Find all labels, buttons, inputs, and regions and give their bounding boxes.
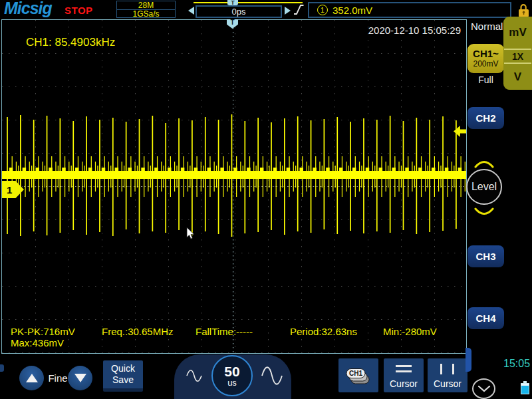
fine-adjust-down-button[interactable]: [68, 366, 92, 390]
timebase-value: 50: [224, 364, 239, 378]
pan-left-icon[interactable]: [188, 7, 194, 15]
cursor-v-label: Cursor: [428, 378, 467, 389]
run-status-badge[interactable]: STOP: [65, 5, 93, 16]
chevron-down-icon: [477, 386, 491, 392]
fine-label: Fine: [47, 372, 69, 384]
measurement-pkpk: PK-PK:716mV: [11, 326, 75, 337]
channel1-marker-number: 1: [7, 184, 12, 196]
unit-mv-button[interactable]: mV: [503, 17, 532, 49]
horizontal-position-value: 0ps: [232, 7, 246, 17]
ch1-bandwidth-label: Full: [467, 74, 504, 85]
ch1-waveform-trace: [2, 20, 466, 353]
acquisition-info-box[interactable]: 28M 1GSa/s: [116, 1, 176, 18]
level-knob[interactable]: Level: [466, 169, 502, 205]
timebase-knob[interactable]: 50 us: [211, 355, 253, 396]
svg-text:CH1: CH1: [349, 370, 362, 377]
measurement-period: Period:32.63ns: [290, 326, 357, 337]
system-clock: 15:05: [503, 358, 530, 370]
trigger-level-value: 352.0mV: [332, 5, 372, 16]
unit-v-button[interactable]: V: [503, 64, 532, 90]
measurement-max: Max:436mV: [11, 337, 64, 348]
pan-right-icon[interactable]: [285, 7, 291, 15]
horizontal-position-box[interactable]: 0ps: [196, 5, 282, 18]
v-cursor-line-icon: [452, 364, 454, 374]
ch1-label: CH1~: [473, 48, 499, 59]
side-drawer-handle[interactable]: [466, 348, 471, 372]
record-position-bar: [194, 2, 303, 3]
h-cursor-line-icon: [396, 365, 412, 367]
sample-rate: 1GSa/s: [117, 9, 175, 18]
level-up-chevron-icon[interactable]: [474, 160, 494, 169]
horizontal-cursor-button[interactable]: Cursor: [384, 358, 424, 392]
trigger-marker-letter: T: [230, 19, 234, 26]
measurement-min: Min:-280mV: [383, 326, 437, 337]
sidebar-ch3-button[interactable]: CH3: [467, 245, 504, 267]
measurement-falltime: FallTime:-----: [196, 326, 253, 337]
triangle-down-icon: [74, 374, 86, 382]
timebase-unit: us: [227, 378, 237, 387]
oscilloscope-screen: { "top_bar": { "logo": "Micsig", "run_st…: [0, 0, 532, 399]
sidebar-ch4-button[interactable]: CH4: [467, 307, 504, 329]
measurement-freq: Freq.:30.65MHz: [102, 326, 174, 337]
grid-horizontal-lines: [2, 54, 466, 353]
waveform-display-area[interactable]: CH1: 85.4903kHz 2020-12-10 15:05:29 PK-P…: [1, 19, 467, 354]
vertical-cursor-button[interactable]: Cursor: [428, 358, 467, 392]
edge-swipe-handle[interactable]: [0, 364, 4, 372]
channel-stack-icon: CH1: [344, 364, 373, 387]
battery-icon: [521, 381, 529, 394]
memory-depth: 28M: [117, 1, 175, 9]
fine-adjust-up-button[interactable]: [19, 366, 44, 390]
trace-baseline-noise: [9, 168, 462, 172]
trigger-level-box[interactable]: 1 352.0mV: [308, 2, 511, 18]
h-cursor-line-icon: [396, 370, 412, 372]
cursor-h-label: Cursor: [384, 378, 424, 389]
ch1-scale: 200mV: [473, 60, 498, 69]
datetime-stamp: 2020-12-10 15:05:29: [368, 25, 461, 36]
brand-logo: Micsig: [4, 0, 52, 18]
trigger-source-icon: 1: [317, 5, 328, 15]
quick-save-button[interactable]: Quick Save: [103, 360, 143, 392]
channel-select-button[interactable]: CH1: [338, 358, 378, 392]
trigger-slope-rising-icon[interactable]: [293, 3, 305, 17]
sidebar-ch2-button[interactable]: CH2: [467, 107, 504, 129]
collapse-menu-button[interactable]: [472, 378, 495, 399]
timebase-control[interactable]: 50 us: [174, 354, 291, 399]
v-cursor-line-icon: [440, 364, 442, 374]
level-down-chevron-icon[interactable]: [474, 207, 494, 216]
trigger-mode-label[interactable]: Normal: [471, 21, 503, 32]
probe-1x-button[interactable]: 1X: [503, 50, 532, 63]
battery-body: [521, 383, 529, 394]
mouse-pointer-icon: [186, 227, 196, 240]
vertical-scale-flyout: mV 1X V: [503, 17, 532, 90]
quick-save-label-1: Quick: [111, 363, 135, 374]
quick-save-label-2: Save: [112, 374, 134, 386]
triangle-up-icon: [26, 374, 38, 382]
ch1-frequency-readout: CH1: 85.4903kHz: [26, 36, 115, 49]
slow-timebase-sine-icon[interactable]: [186, 368, 202, 383]
lock-icon[interactable]: [518, 3, 529, 18]
fast-timebase-sine-icon[interactable]: [261, 366, 283, 386]
level-label: Level: [471, 181, 497, 193]
sidebar-ch1-button[interactable]: CH1~ 200mV: [467, 44, 504, 73]
